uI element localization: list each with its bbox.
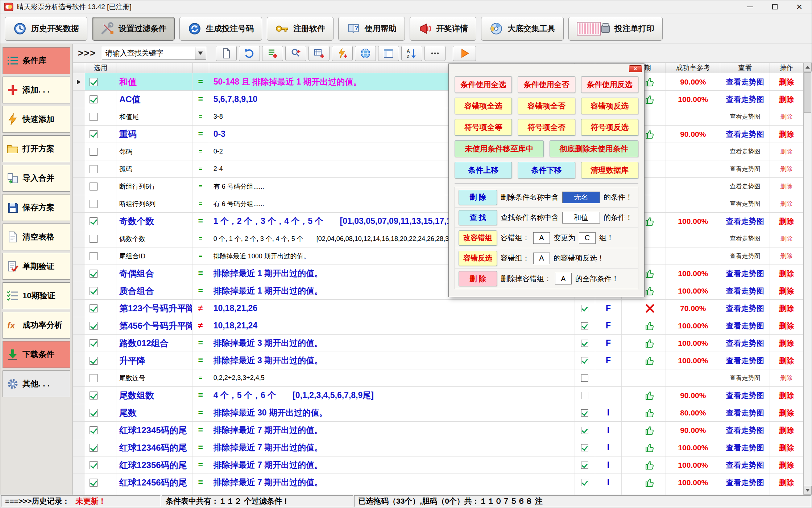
use-checkbox[interactable] xyxy=(90,217,98,225)
delete-button[interactable]: 删除 xyxy=(779,129,794,139)
delete-button[interactable]: 删除 xyxy=(780,252,793,260)
view-trend-chart-button[interactable]: 查看走势图 xyxy=(726,216,764,226)
toolbar-button-intersect-disc[interactable]: 大底交集工具 xyxy=(481,17,564,41)
delete-button[interactable]: 删除 xyxy=(780,165,793,173)
dialog-input[interactable]: C xyxy=(579,232,596,244)
use-checkbox[interactable] xyxy=(90,392,98,400)
toolbar-button-history[interactable]: 历史开奖数据 xyxy=(5,17,87,41)
toolbar-button-generate-numbers[interactable]: 生成投注号码 xyxy=(179,17,262,41)
view-trend-chart-button[interactable]: 查看走势图 xyxy=(726,94,764,105)
toolbar-button-key[interactable]: 注册软件 xyxy=(267,17,334,41)
use-checkbox[interactable] xyxy=(90,148,98,156)
sidebar-item-save-disk[interactable]: 保存方案 xyxy=(3,194,70,221)
dialog-close-button[interactable]: × xyxy=(629,65,642,72)
view-trend-chart-button[interactable]: 查看走势图 xyxy=(726,443,764,453)
delete-button[interactable]: 删除 xyxy=(779,443,794,453)
tool-button-add-condition[interactable] xyxy=(262,46,283,61)
delete-button[interactable]: 删除 xyxy=(779,356,794,366)
sidebar-item-add-plus[interactable]: 添加. . . xyxy=(3,77,70,103)
delete-button[interactable]: 删除 xyxy=(780,200,793,208)
dialog-input[interactable]: A xyxy=(533,232,550,244)
delete-button[interactable]: 删除 xyxy=(779,390,794,401)
use-checkbox[interactable] xyxy=(90,322,98,330)
dialog-input[interactable]: A xyxy=(555,273,572,284)
delete-button[interactable]: 删除 xyxy=(779,408,794,418)
toolbar-button-ticket-print[interactable]: 投注单打印 xyxy=(568,17,663,41)
use-checkbox[interactable] xyxy=(90,183,98,190)
sidebar-item-single-verify[interactable]: 单期验证 xyxy=(3,253,70,280)
view-trend-chart-button[interactable]: 查看走势图 xyxy=(730,252,761,260)
sidebar-item-clear-table[interactable]: 清空表格 xyxy=(3,224,70,250)
delete-button[interactable]: 删除 xyxy=(779,303,794,314)
use-checkbox[interactable] xyxy=(90,165,98,173)
tolerance-checkbox[interactable] xyxy=(581,305,588,312)
scroll-down-button[interactable] xyxy=(804,486,812,495)
dialog-button[interactable]: 条件使用反选 xyxy=(581,76,638,93)
view-trend-chart-button[interactable]: 查看走势图 xyxy=(726,303,764,314)
tool-button-add-table[interactable] xyxy=(308,46,330,61)
view-trend-chart-button[interactable]: 查看走势图 xyxy=(730,112,761,121)
sidebar-item-import-merge[interactable]: 导入合并 xyxy=(3,165,70,192)
use-checkbox[interactable] xyxy=(90,479,98,487)
delete-button[interactable]: 删除 xyxy=(780,112,793,121)
tool-button-more[interactable] xyxy=(424,46,446,61)
sidebar-item-download[interactable]: 下载条件 xyxy=(3,341,70,368)
dialog-action-button[interactable]: 查 找 xyxy=(459,210,497,225)
dialog-button[interactable]: 彻底删除未使用条件 xyxy=(550,140,639,157)
close-button[interactable]: × xyxy=(787,0,812,13)
dialog-button[interactable]: 条件使用全否 xyxy=(518,76,575,93)
scroll-up-button[interactable] xyxy=(804,63,812,71)
dialog-button[interactable]: 符号项反选 xyxy=(581,119,638,136)
sidebar-item-gear[interactable]: 其他. . . xyxy=(3,370,70,397)
dialog-input[interactable]: 和值 xyxy=(562,212,600,224)
view-trend-chart-button[interactable]: 查看走势图 xyxy=(726,321,764,331)
dialog-button[interactable]: 条件上移 xyxy=(455,162,512,179)
dialog-button[interactable]: 容错项全选 xyxy=(455,98,512,114)
view-trend-chart-button[interactable]: 查看走势图 xyxy=(726,478,764,488)
use-checkbox[interactable] xyxy=(90,357,98,365)
tolerance-checkbox[interactable] xyxy=(581,374,588,382)
view-trend-chart-button[interactable]: 查看走势图 xyxy=(726,460,764,470)
toolbar-button-help-book[interactable]: ?使用帮助 xyxy=(338,17,405,41)
scrollbar-thumb[interactable] xyxy=(804,72,811,113)
use-checkbox[interactable] xyxy=(90,374,98,382)
tolerance-checkbox[interactable] xyxy=(581,444,588,451)
use-checkbox[interactable] xyxy=(90,444,98,452)
delete-button[interactable]: 删除 xyxy=(779,94,794,105)
dialog-input[interactable]: 无名 xyxy=(562,192,600,203)
delete-button[interactable]: 删除 xyxy=(779,460,794,470)
use-checkbox[interactable] xyxy=(90,78,98,86)
dialog-button[interactable]: 容错项反选 xyxy=(581,98,638,114)
tool-button-panel[interactable] xyxy=(378,46,399,61)
tool-button-search-add[interactable] xyxy=(285,46,306,61)
view-trend-chart-button[interactable]: 查看走势图 xyxy=(726,425,764,435)
use-checkbox[interactable] xyxy=(90,270,98,278)
delete-button[interactable]: 删除 xyxy=(780,182,793,190)
use-checkbox[interactable] xyxy=(90,95,98,103)
view-trend-chart-button[interactable]: 查看走势图 xyxy=(726,129,764,139)
view-trend-chart-button[interactable]: 查看走势图 xyxy=(726,390,764,401)
tolerance-checkbox[interactable] xyxy=(581,479,588,486)
tool-button-undo[interactable] xyxy=(239,46,260,61)
view-trend-chart-button[interactable]: 查看走势图 xyxy=(726,338,764,348)
search-keyword-combobox[interactable]: 请输入查找关键字 xyxy=(102,47,206,60)
tool-button-quick-insert[interactable] xyxy=(332,46,353,61)
tolerance-checkbox[interactable] xyxy=(581,392,588,399)
dialog-action-button[interactable]: 删 除 xyxy=(459,271,497,286)
dialog-button[interactable]: 未使用条件移至库中 xyxy=(455,140,544,157)
tolerance-checkbox[interactable] xyxy=(581,340,588,347)
tolerance-checkbox[interactable] xyxy=(581,462,588,469)
tool-button-run[interactable] xyxy=(453,46,476,61)
delete-button[interactable]: 删除 xyxy=(779,216,794,226)
delete-button[interactable]: 删除 xyxy=(779,338,794,348)
toolbar-button-draw-details[interactable]: 开奖详情 xyxy=(410,17,476,41)
minimize-button[interactable] xyxy=(738,0,762,13)
view-trend-chart-button[interactable]: 查看走势图 xyxy=(726,356,764,366)
use-checkbox[interactable] xyxy=(90,339,98,347)
use-checkbox[interactable] xyxy=(90,200,98,208)
sidebar-item-fx-analysis[interactable]: fx成功率分析 xyxy=(3,312,70,339)
use-checkbox[interactable] xyxy=(90,304,98,312)
dialog-input[interactable]: A xyxy=(533,253,550,264)
use-checkbox[interactable] xyxy=(90,409,98,417)
tolerance-checkbox[interactable] xyxy=(581,427,588,434)
